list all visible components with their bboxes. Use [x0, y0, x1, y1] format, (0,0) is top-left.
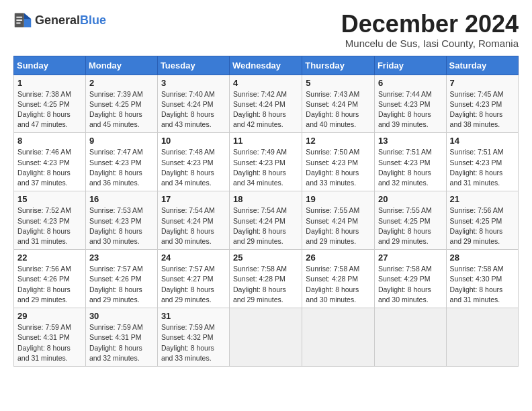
- day-number: 31: [161, 311, 226, 321]
- day-detail: Sunrise: 7:39 AMSunset: 4:25 PMDaylight:…: [89, 89, 154, 130]
- day-cell: 12Sunrise: 7:50 AMSunset: 4:23 PMDayligh…: [302, 133, 375, 191]
- day-detail: Sunrise: 7:51 AMSunset: 4:23 PMDaylight:…: [450, 147, 515, 188]
- logo-icon: [13, 11, 32, 30]
- day-cell: 9Sunrise: 7:47 AMSunset: 4:23 PMDaylight…: [85, 133, 157, 191]
- day-cell: 27Sunrise: 7:58 AMSunset: 4:29 PMDayligh…: [374, 250, 446, 308]
- day-detail: Sunrise: 7:45 AMSunset: 4:23 PMDaylight:…: [450, 89, 515, 130]
- day-detail: Sunrise: 7:40 AMSunset: 4:24 PMDaylight:…: [161, 89, 226, 130]
- day-cell: 13Sunrise: 7:51 AMSunset: 4:23 PMDayligh…: [374, 133, 446, 191]
- day-cell: [230, 308, 302, 367]
- day-detail: Sunrise: 7:49 AMSunset: 4:23 PMDaylight:…: [233, 147, 298, 188]
- weekday-header-saturday: Saturday: [446, 56, 518, 75]
- title-block: December 2024 Muncelu de Sus, Iasi Count…: [341, 11, 519, 49]
- day-number: 15: [17, 194, 82, 204]
- week-row-2: 8Sunrise: 7:46 AMSunset: 4:23 PMDaylight…: [14, 133, 519, 191]
- day-number: 8: [17, 136, 82, 146]
- day-cell: 28Sunrise: 7:58 AMSunset: 4:30 PMDayligh…: [446, 250, 518, 308]
- day-detail: Sunrise: 7:46 AMSunset: 4:23 PMDaylight:…: [17, 147, 82, 188]
- day-cell: 6Sunrise: 7:44 AMSunset: 4:23 PMDaylight…: [374, 75, 446, 133]
- day-detail: Sunrise: 7:44 AMSunset: 4:23 PMDaylight:…: [378, 89, 443, 130]
- week-row-3: 15Sunrise: 7:52 AMSunset: 4:23 PMDayligh…: [14, 191, 519, 250]
- day-cell: [302, 308, 375, 367]
- day-number: 25: [233, 253, 298, 263]
- day-cell: 21Sunrise: 7:56 AMSunset: 4:25 PMDayligh…: [446, 191, 518, 250]
- day-detail: Sunrise: 7:50 AMSunset: 4:23 PMDaylight:…: [306, 147, 371, 188]
- day-detail: Sunrise: 7:55 AMSunset: 4:25 PMDaylight:…: [378, 205, 443, 246]
- logo-general: General: [35, 13, 80, 27]
- weekday-header-friday: Friday: [374, 56, 446, 75]
- day-number: 18: [233, 194, 298, 204]
- day-detail: Sunrise: 7:48 AMSunset: 4:23 PMDaylight:…: [161, 147, 226, 188]
- day-detail: Sunrise: 7:58 AMSunset: 4:29 PMDaylight:…: [378, 264, 443, 305]
- day-number: 22: [17, 253, 82, 263]
- day-detail: Sunrise: 7:58 AMSunset: 4:30 PMDaylight:…: [450, 264, 515, 305]
- day-number: 3: [161, 78, 226, 88]
- day-detail: Sunrise: 7:51 AMSunset: 4:23 PMDaylight:…: [378, 147, 443, 188]
- day-detail: Sunrise: 7:59 AMSunset: 4:31 PMDaylight:…: [89, 322, 154, 363]
- day-detail: Sunrise: 7:58 AMSunset: 4:28 PMDaylight:…: [233, 264, 298, 305]
- day-cell: 23Sunrise: 7:57 AMSunset: 4:26 PMDayligh…: [85, 250, 157, 308]
- day-number: 11: [233, 136, 298, 146]
- day-detail: Sunrise: 7:43 AMSunset: 4:24 PMDaylight:…: [306, 89, 371, 130]
- weekday-header-monday: Monday: [85, 56, 157, 75]
- day-number: 26: [306, 253, 371, 263]
- day-number: 30: [89, 311, 154, 321]
- day-cell: [374, 308, 446, 367]
- day-number: 2: [89, 78, 154, 88]
- day-number: 10: [161, 136, 226, 146]
- day-cell: 4Sunrise: 7:42 AMSunset: 4:24 PMDaylight…: [230, 75, 302, 133]
- logo: GeneralBlue: [13, 11, 106, 30]
- day-cell: 29Sunrise: 7:59 AMSunset: 4:31 PMDayligh…: [14, 308, 86, 367]
- day-number: 5: [306, 78, 371, 88]
- day-number: 12: [306, 136, 371, 146]
- week-row-4: 22Sunrise: 7:56 AMSunset: 4:26 PMDayligh…: [14, 250, 519, 308]
- month-title: December 2024: [341, 11, 519, 38]
- svg-rect-5: [16, 19, 22, 21]
- day-cell: 30Sunrise: 7:59 AMSunset: 4:31 PMDayligh…: [85, 308, 157, 367]
- day-cell: 20Sunrise: 7:55 AMSunset: 4:25 PMDayligh…: [374, 191, 446, 250]
- day-cell: 18Sunrise: 7:54 AMSunset: 4:24 PMDayligh…: [230, 191, 302, 250]
- day-number: 17: [161, 194, 226, 204]
- week-row-1: 1Sunrise: 7:38 AMSunset: 4:25 PMDaylight…: [14, 75, 519, 133]
- day-cell: 11Sunrise: 7:49 AMSunset: 4:23 PMDayligh…: [230, 133, 302, 191]
- day-detail: Sunrise: 7:38 AMSunset: 4:25 PMDaylight:…: [17, 89, 82, 130]
- day-number: 24: [161, 253, 226, 263]
- day-number: 19: [306, 194, 371, 204]
- day-cell: 1Sunrise: 7:38 AMSunset: 4:25 PMDaylight…: [14, 75, 86, 133]
- day-detail: Sunrise: 7:56 AMSunset: 4:26 PMDaylight:…: [17, 264, 82, 305]
- day-detail: Sunrise: 7:59 AMSunset: 4:32 PMDaylight:…: [161, 322, 226, 363]
- day-detail: Sunrise: 7:59 AMSunset: 4:31 PMDaylight:…: [17, 322, 82, 363]
- weekday-header-row: SundayMondayTuesdayWednesdayThursdayFrid…: [14, 56, 519, 75]
- day-detail: Sunrise: 7:55 AMSunset: 4:24 PMDaylight:…: [306, 205, 371, 246]
- day-detail: Sunrise: 7:56 AMSunset: 4:25 PMDaylight:…: [450, 205, 515, 246]
- day-cell: 5Sunrise: 7:43 AMSunset: 4:24 PMDaylight…: [302, 75, 375, 133]
- day-cell: 10Sunrise: 7:48 AMSunset: 4:23 PMDayligh…: [157, 133, 229, 191]
- day-detail: Sunrise: 7:57 AMSunset: 4:26 PMDaylight:…: [89, 264, 154, 305]
- day-cell: 2Sunrise: 7:39 AMSunset: 4:25 PMDaylight…: [85, 75, 157, 133]
- day-number: 13: [378, 136, 443, 146]
- day-cell: 31Sunrise: 7:59 AMSunset: 4:32 PMDayligh…: [157, 308, 229, 367]
- logo-blue: Blue: [80, 13, 106, 27]
- day-number: 23: [89, 253, 154, 263]
- day-cell: 15Sunrise: 7:52 AMSunset: 4:23 PMDayligh…: [14, 191, 86, 250]
- day-cell: 24Sunrise: 7:57 AMSunset: 4:27 PMDayligh…: [157, 250, 229, 308]
- week-row-5: 29Sunrise: 7:59 AMSunset: 4:31 PMDayligh…: [14, 308, 519, 367]
- day-number: 28: [450, 253, 515, 263]
- day-number: 4: [233, 78, 298, 88]
- weekday-header-wednesday: Wednesday: [230, 56, 302, 75]
- day-number: 29: [17, 311, 82, 321]
- day-cell: 17Sunrise: 7:54 AMSunset: 4:24 PMDayligh…: [157, 191, 229, 250]
- day-cell: 8Sunrise: 7:46 AMSunset: 4:23 PMDaylight…: [14, 133, 86, 191]
- day-detail: Sunrise: 7:58 AMSunset: 4:28 PMDaylight:…: [306, 264, 371, 305]
- day-cell: [446, 308, 518, 367]
- calendar-table: SundayMondayTuesdayWednesdayThursdayFrid…: [13, 56, 519, 367]
- page-header: GeneralBlue December 2024 Muncelu de Sus…: [13, 11, 519, 49]
- day-detail: Sunrise: 7:54 AMSunset: 4:24 PMDaylight:…: [161, 205, 226, 246]
- day-detail: Sunrise: 7:47 AMSunset: 4:23 PMDaylight:…: [89, 147, 154, 188]
- day-cell: 3Sunrise: 7:40 AMSunset: 4:24 PMDaylight…: [157, 75, 229, 133]
- svg-rect-6: [16, 23, 20, 24]
- day-cell: 7Sunrise: 7:45 AMSunset: 4:23 PMDaylight…: [446, 75, 518, 133]
- day-number: 27: [378, 253, 443, 263]
- day-number: 1: [17, 78, 82, 88]
- day-cell: 25Sunrise: 7:58 AMSunset: 4:28 PMDayligh…: [230, 250, 302, 308]
